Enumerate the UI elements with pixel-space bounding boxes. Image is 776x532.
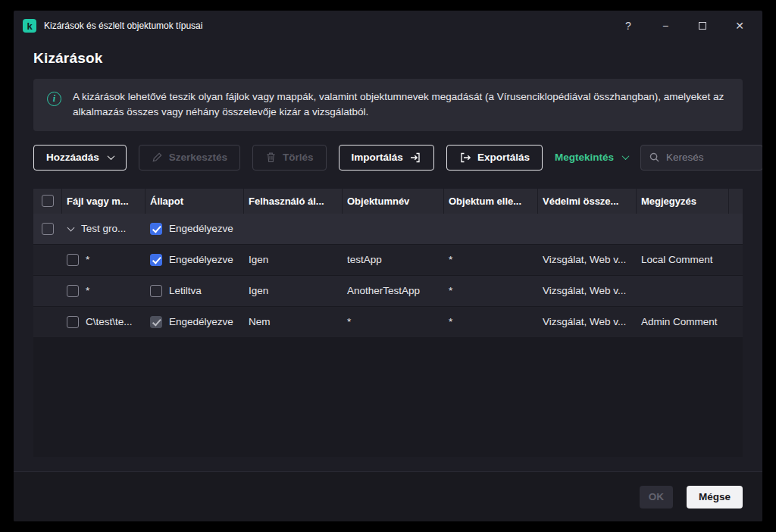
cell-user: Igen: [244, 276, 343, 306]
status-checkbox[interactable]: [150, 285, 162, 297]
cell-hash: *: [444, 276, 538, 306]
export-button-label: Exportálás: [477, 152, 530, 163]
export-button[interactable]: Exportálás: [446, 145, 543, 171]
row-checkbox[interactable]: [67, 285, 79, 297]
group-status-label: Engedélyezve: [169, 223, 233, 234]
cell-components: Vizsgálat, Web v...: [538, 276, 637, 306]
cell-status: Engedélyezve: [169, 254, 233, 265]
delete-button-label: Törlés: [283, 152, 314, 163]
table-empty-area: [33, 338, 743, 457]
edit-button[interactable]: Szerkesztés: [139, 145, 240, 171]
minimize-button[interactable]: −: [659, 20, 671, 32]
edit-button-label: Szerkesztés: [169, 152, 227, 163]
import-icon: [409, 152, 421, 164]
group-row-checkbox[interactable]: [42, 223, 54, 235]
view-dropdown[interactable]: Megtekintés: [555, 152, 628, 163]
trash-icon: [265, 152, 277, 163]
page-title: Kizárások: [33, 50, 762, 67]
add-button[interactable]: Hozzáadás: [33, 145, 127, 171]
cell-components: Vizsgálat, Web v...: [538, 307, 637, 337]
chevron-down-icon: [107, 152, 114, 160]
header-cell-components[interactable]: Védelmi össze...: [538, 189, 637, 214]
cell-object: *: [343, 307, 444, 337]
import-button-label: Importálás: [352, 152, 403, 163]
export-icon: [459, 152, 471, 164]
cell-comment: Local Comment: [637, 245, 729, 275]
table-header-row: Fájl vagy m... Állapot Felhasználó ál...…: [33, 189, 743, 214]
search-box: [640, 145, 762, 171]
cell-status: Letiltva: [169, 285, 202, 296]
window-title: Kizárások és észlelt objektumok típusai: [44, 20, 202, 31]
info-banner: i A kizárások lehetővé teszik olyan fájl…: [33, 79, 743, 131]
table-row[interactable]: C\test\te... Engedélyezve Nem * * Vizsgá…: [33, 307, 743, 338]
delete-button[interactable]: Törlés: [252, 145, 327, 171]
table-row[interactable]: * Letiltva Igen AnotherTestApp * Vizsgál…: [33, 276, 743, 307]
header-cell-checksum[interactable]: Objektum elle...: [444, 189, 538, 214]
maximize-button[interactable]: [696, 20, 709, 32]
cell-user: Nem: [244, 307, 343, 337]
window-controls: ? − ✕: [622, 20, 746, 32]
header-scroll-gutter: [729, 189, 743, 214]
view-dropdown-label: Megtekintés: [555, 152, 614, 163]
select-all-checkbox[interactable]: [42, 195, 54, 207]
cell-object: testApp: [343, 245, 444, 275]
import-button[interactable]: Importálás: [339, 145, 434, 171]
toolbar: Hozzáadás Szerkesztés Törlés Importálás: [33, 145, 743, 171]
group-row[interactable]: Test gro... Engedélyezve: [33, 214, 743, 245]
group-status-checkbox[interactable]: [150, 223, 162, 235]
chevron-down-icon: [622, 152, 630, 160]
header-cell-file[interactable]: Fájl vagy m...: [62, 189, 146, 214]
ok-button[interactable]: OK: [640, 486, 673, 509]
exclusions-dialog: k Kizárások és észlelt objektumok típusa…: [14, 11, 762, 521]
add-button-label: Hozzáadás: [46, 152, 99, 163]
info-banner-text: A kizárások lehetővé teszik olyan fájlok…: [73, 89, 729, 120]
cell-object: AnotherTestApp: [343, 276, 444, 306]
dialog-footer: OK Mégse: [14, 471, 762, 521]
info-icon: i: [47, 92, 61, 106]
row-checkbox[interactable]: [67, 316, 79, 328]
group-name: Test gro...: [81, 223, 126, 234]
search-icon: [649, 152, 660, 163]
status-checkbox[interactable]: [150, 316, 162, 328]
header-cell-user[interactable]: Felhasználó ál...: [244, 189, 343, 214]
pencil-icon: [152, 152, 163, 163]
row-checkbox[interactable]: [67, 254, 79, 266]
expand-chevron-icon[interactable]: [67, 224, 75, 231]
cell-comment: Admin Comment: [637, 307, 729, 337]
cell-status: Engedélyezve: [169, 316, 233, 327]
header-cell-comment[interactable]: Megjegyzés: [637, 189, 729, 214]
help-button[interactable]: ?: [622, 20, 634, 32]
table-row[interactable]: * Engedélyezve Igen testApp * Vizsgálat,…: [33, 245, 743, 276]
header-cell-status[interactable]: Állapot: [146, 189, 244, 214]
titlebar: k Kizárások és észlelt objektumok típusa…: [14, 11, 762, 41]
cell-hash: *: [444, 307, 538, 337]
cell-comment: [637, 276, 729, 306]
search-input[interactable]: [666, 152, 755, 163]
cell-hash: *: [444, 245, 538, 275]
kaspersky-logo-icon: k: [23, 19, 36, 33]
close-button[interactable]: ✕: [734, 20, 746, 32]
cell-user: Igen: [244, 245, 343, 275]
maximize-icon: [699, 22, 706, 30]
header-cell-object[interactable]: Objektumnév: [343, 189, 444, 214]
status-checkbox[interactable]: [150, 254, 162, 266]
cell-path: C\test\te...: [86, 316, 133, 327]
exclusions-table: Fájl vagy m... Állapot Felhasználó ál...…: [33, 189, 743, 457]
cancel-button[interactable]: Mégse: [687, 486, 743, 509]
cell-path: *: [86, 254, 89, 265]
cell-components: Vizsgálat, Web v...: [538, 245, 637, 275]
cell-path: *: [86, 285, 89, 296]
